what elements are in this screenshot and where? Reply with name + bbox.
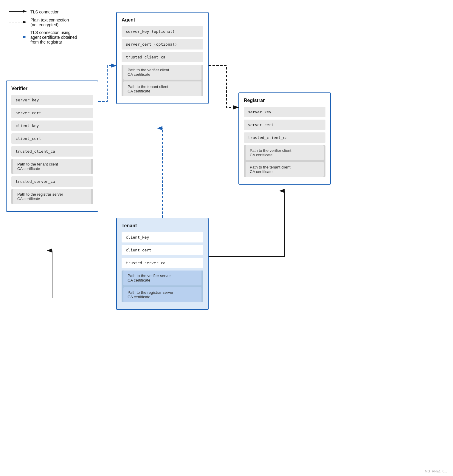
tls-agent-line-icon bbox=[9, 35, 27, 40]
verifier-trusted-server-ca: trusted_server_ca bbox=[11, 176, 93, 187]
tenant-client-key: client_key bbox=[122, 232, 203, 242]
plaintext-label: Plain text connection (not encrypted) bbox=[30, 18, 69, 27]
registrar-server-key: server_key bbox=[244, 107, 325, 117]
agent-box: Agent server_key (optional) server_cert … bbox=[116, 12, 209, 104]
svg-marker-1 bbox=[23, 10, 27, 13]
tenant-trusted-server-ca-sub: Path to the verifier serverCA certificat… bbox=[122, 271, 203, 302]
registrar-server-cert: server_cert bbox=[244, 120, 325, 130]
registrar-verifier-client-ca: Path to the verifier clientCA certificat… bbox=[246, 145, 324, 160]
tenant-client-cert: client_cert bbox=[122, 245, 203, 255]
verifier-to-agent-arrow bbox=[98, 66, 116, 101]
tls-agent-label: TLS connection using agent certificate o… bbox=[30, 30, 77, 44]
verifier-server-key: server_key bbox=[11, 95, 93, 105]
registrar-trusted-client-ca: trusted_client_ca bbox=[244, 132, 325, 143]
tenant-to-registrar-arrow bbox=[209, 191, 285, 256]
legend-tls: TLS connection bbox=[9, 9, 77, 15]
verifier-title: Verifier bbox=[11, 86, 93, 91]
tenant-trusted-server-ca: trusted_server_ca bbox=[122, 258, 203, 268]
registrar-trusted-client-ca-sub: Path to the verifier clientCA certificat… bbox=[244, 145, 325, 177]
verifier-client-key: client_key bbox=[11, 120, 93, 131]
verifier-server-cert: server_cert bbox=[11, 108, 93, 118]
watermark: MG_RHE1_0... bbox=[425, 469, 447, 473]
registrar-title: Registrar bbox=[244, 98, 325, 103]
verifier-tenant-client-ca: Path to the tenant clientCA certificate bbox=[13, 159, 91, 174]
tls-label: TLS connection bbox=[30, 10, 59, 14]
tenant-verifier-server-ca: Path to the verifier serverCA certificat… bbox=[123, 271, 201, 285]
verifier-client-cert: client_cert bbox=[11, 133, 93, 144]
agent-trusted-client-ca: trusted_client_ca bbox=[122, 52, 203, 62]
registrar-box: Registrar server_key server_cert trusted… bbox=[238, 92, 331, 185]
legend-tls-agent: TLS connection using agent certificate o… bbox=[9, 30, 77, 44]
tenant-box: Tenant client_key client_cert trusted_se… bbox=[116, 218, 209, 310]
tls-line-icon bbox=[9, 9, 27, 15]
agent-to-registrar-arrow bbox=[209, 66, 238, 107]
tenant-title: Tenant bbox=[122, 223, 203, 228]
verifier-trusted-client-ca: trusted_client_ca bbox=[11, 146, 93, 157]
verifier-box: Verifier server_key server_cert client_k… bbox=[6, 81, 98, 212]
svg-marker-3 bbox=[23, 21, 27, 23]
verifier-trusted-server-ca-sub: Path to the registrar serverCA certifica… bbox=[11, 189, 93, 204]
agent-verifier-client-ca: Path to the verifier clientCA certificat… bbox=[123, 65, 201, 80]
registrar-tenant-client-ca: Path to the tenant clientCA certificate bbox=[246, 162, 324, 177]
legend: TLS connection Plain text connection (no… bbox=[9, 9, 77, 47]
agent-server-key: server_key (optional) bbox=[122, 26, 203, 37]
agent-server-cert: server_cert (optional) bbox=[122, 39, 203, 50]
svg-marker-5 bbox=[23, 36, 27, 38]
legend-plaintext: Plain text connection (not encrypted) bbox=[9, 18, 77, 27]
verifier-registrar-server-ca: Path to the registrar serverCA certifica… bbox=[13, 189, 91, 204]
agent-trusted-client-ca-sub: Path to the verifier clientCA certificat… bbox=[122, 65, 203, 96]
agent-tenant-client-ca: Path to the tenant clientCA certificate bbox=[123, 81, 201, 96]
arrows-svg bbox=[0, 0, 453, 476]
verifier-trusted-client-ca-sub: Path to the tenant clientCA certificate bbox=[11, 159, 93, 174]
agent-title: Agent bbox=[122, 17, 203, 23]
plaintext-line-icon bbox=[9, 20, 27, 25]
tenant-registrar-server-ca: Path to the registrar serverCA certifica… bbox=[123, 287, 201, 302]
diagram-container: TLS connection Plain text connection (no… bbox=[0, 0, 453, 476]
